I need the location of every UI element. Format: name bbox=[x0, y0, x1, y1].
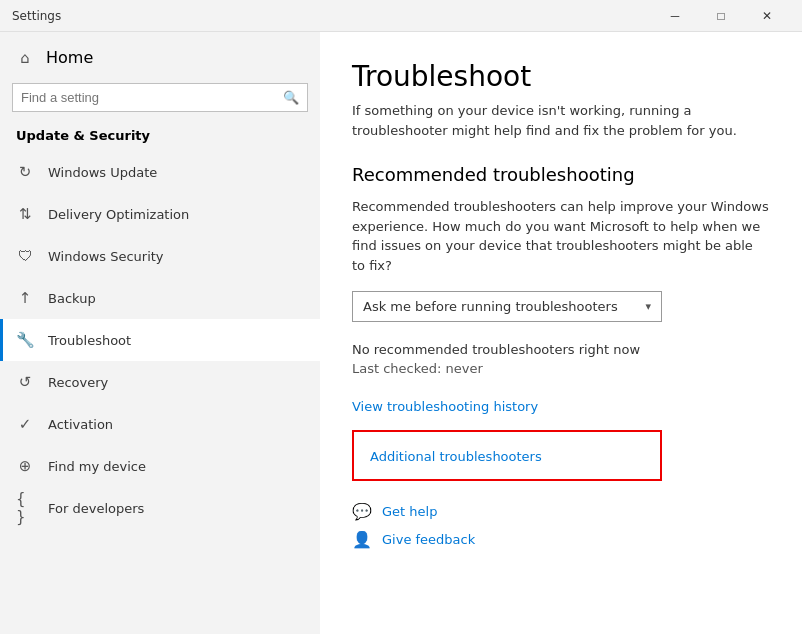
sidebar-item-windows-update[interactable]: ↻Windows Update bbox=[0, 151, 320, 193]
sidebar-item-backup[interactable]: ↑Backup bbox=[0, 277, 320, 319]
sidebar-item-label-troubleshoot: Troubleshoot bbox=[48, 333, 131, 348]
windows-update-icon: ↻ bbox=[16, 163, 34, 181]
troubleshooter-dropdown[interactable]: Ask me before running troubleshooters ▾ bbox=[352, 291, 662, 322]
content-area: Troubleshoot If something on your device… bbox=[320, 32, 802, 634]
get-help-link[interactable]: Get help bbox=[382, 504, 437, 519]
page-subtitle: If something on your device isn't workin… bbox=[352, 101, 770, 140]
sidebar-item-label-windows-update: Windows Update bbox=[48, 165, 157, 180]
dropdown-value: Ask me before running troubleshooters bbox=[363, 299, 618, 314]
find-my-device-icon: ⊕ bbox=[16, 457, 34, 475]
give-feedback-link[interactable]: Give feedback bbox=[382, 532, 475, 547]
close-button[interactable]: ✕ bbox=[744, 0, 790, 32]
sidebar-item-troubleshoot[interactable]: 🔧Troubleshoot bbox=[0, 319, 320, 361]
troubleshoot-icon: 🔧 bbox=[16, 331, 34, 349]
sidebar-item-label-delivery-optimization: Delivery Optimization bbox=[48, 207, 189, 222]
sidebar-item-label-recovery: Recovery bbox=[48, 375, 108, 390]
app-body: ⌂ Home 🔍 Update & Security ↻Windows Upda… bbox=[0, 32, 802, 634]
sidebar: ⌂ Home 🔍 Update & Security ↻Windows Upda… bbox=[0, 32, 320, 634]
backup-icon: ↑ bbox=[16, 289, 34, 307]
sidebar-item-label-activation: Activation bbox=[48, 417, 113, 432]
app-title: Settings bbox=[12, 9, 61, 23]
delivery-optimization-icon: ⇅ bbox=[16, 205, 34, 223]
windows-security-icon: 🛡 bbox=[16, 247, 34, 265]
maximize-button[interactable]: □ bbox=[698, 0, 744, 32]
sidebar-item-recovery[interactable]: ↺Recovery bbox=[0, 361, 320, 403]
get-help-row[interactable]: 💬 Get help bbox=[352, 501, 770, 521]
sidebar-item-label-find-my-device: Find my device bbox=[48, 459, 146, 474]
sidebar-item-delivery-optimization[interactable]: ⇅Delivery Optimization bbox=[0, 193, 320, 235]
minimize-button[interactable]: ─ bbox=[652, 0, 698, 32]
sidebar-item-for-developers[interactable]: { }For developers bbox=[0, 487, 320, 529]
chevron-down-icon: ▾ bbox=[645, 300, 651, 313]
search-box[interactable]: 🔍 bbox=[12, 83, 308, 112]
additional-troubleshooters-link[interactable]: Additional troubleshooters bbox=[370, 449, 542, 464]
additional-troubleshooters-box[interactable]: Additional troubleshooters bbox=[352, 430, 662, 481]
titlebar: Settings ─ □ ✕ bbox=[0, 0, 802, 32]
for-developers-icon: { } bbox=[16, 499, 34, 517]
search-input[interactable] bbox=[21, 90, 283, 105]
home-icon: ⌂ bbox=[16, 49, 34, 67]
sidebar-item-windows-security[interactable]: 🛡Windows Security bbox=[0, 235, 320, 277]
nav-items: ↻Windows Update⇅Delivery Optimization🛡Wi… bbox=[0, 151, 320, 529]
give-feedback-icon: 👤 bbox=[352, 529, 372, 549]
recovery-icon: ↺ bbox=[16, 373, 34, 391]
search-icon: 🔍 bbox=[283, 90, 299, 105]
activation-icon: ✓ bbox=[16, 415, 34, 433]
home-label: Home bbox=[46, 48, 93, 67]
view-history-link[interactable]: View troubleshooting history bbox=[352, 399, 538, 414]
sidebar-item-find-my-device[interactable]: ⊕Find my device bbox=[0, 445, 320, 487]
section-label: Update & Security bbox=[0, 124, 320, 151]
recommended-desc: Recommended troubleshooters can help imp… bbox=[352, 197, 770, 275]
sidebar-item-label-backup: Backup bbox=[48, 291, 96, 306]
sidebar-item-label-for-developers: For developers bbox=[48, 501, 144, 516]
no-troubleshooters-text: No recommended troubleshooters right now bbox=[352, 342, 770, 357]
give-feedback-row[interactable]: 👤 Give feedback bbox=[352, 529, 770, 549]
page-title: Troubleshoot bbox=[352, 60, 770, 93]
get-help-icon: 💬 bbox=[352, 501, 372, 521]
sidebar-item-activation[interactable]: ✓Activation bbox=[0, 403, 320, 445]
sidebar-item-home[interactable]: ⌂ Home bbox=[0, 32, 320, 75]
window-controls: ─ □ ✕ bbox=[652, 0, 790, 32]
sidebar-item-label-windows-security: Windows Security bbox=[48, 249, 164, 264]
recommended-heading: Recommended troubleshooting bbox=[352, 164, 770, 185]
last-checked-text: Last checked: never bbox=[352, 361, 770, 376]
